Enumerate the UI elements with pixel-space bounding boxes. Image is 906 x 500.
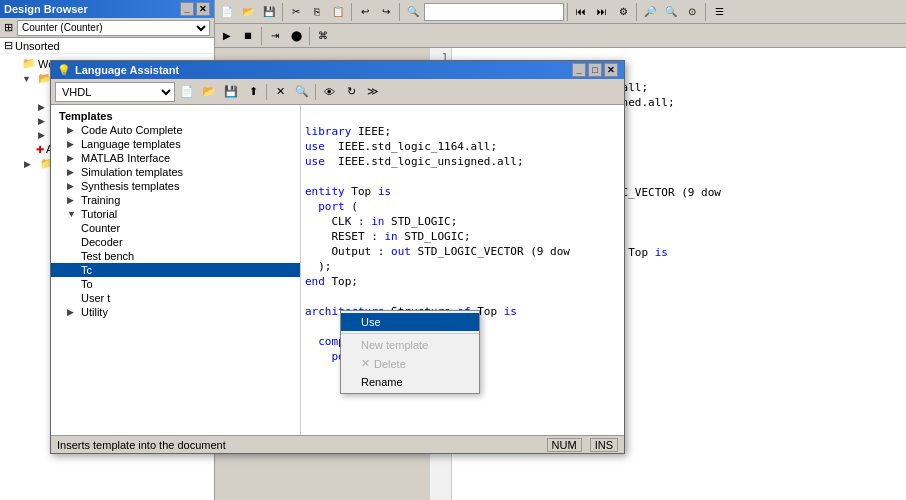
- delete-label: Delete: [374, 358, 406, 370]
- tree-item-tutorial[interactable]: ▼ Tutorial: [51, 207, 300, 221]
- cut-btn[interactable]: ✂: [286, 2, 306, 22]
- paste-btn[interactable]: 📋: [328, 2, 348, 22]
- extra2-btn[interactable]: ⌘: [313, 26, 333, 46]
- prev-line-3: use IEEE.std_logic_1164.all;: [305, 139, 620, 154]
- tutorial-label: Tutorial: [81, 208, 117, 220]
- la-titlebar: 💡 Language Assistant _ □ ✕: [51, 61, 624, 79]
- la-open-btn[interactable]: 📂: [199, 82, 219, 102]
- tree-item-tc2[interactable]: To: [51, 277, 300, 291]
- user-t-label: User t: [81, 292, 110, 304]
- prev-line-2: library IEEE;: [305, 124, 620, 139]
- expand-sim: ▶: [67, 167, 81, 177]
- context-menu-delete[interactable]: ✕ Delete: [341, 354, 479, 373]
- db-combo[interactable]: Counter (Counter): [17, 20, 210, 36]
- context-menu: Use New template ✕ Delete Rename: [340, 310, 480, 394]
- la-title-icon: 💡: [57, 64, 71, 77]
- sep7: [261, 27, 262, 45]
- la-expand-btn[interactable]: ≫: [363, 82, 383, 102]
- la-status-right: NUM INS: [547, 438, 618, 452]
- prev-line-1: [305, 109, 620, 124]
- la-close2-btn[interactable]: ✕: [270, 82, 290, 102]
- expand-icon: ▼: [22, 74, 36, 84]
- simulation-templates-label: Simulation templates: [81, 166, 183, 178]
- zoom-reset-btn[interactable]: ⊙: [682, 2, 702, 22]
- tree-item-decoder[interactable]: Decoder: [51, 235, 300, 249]
- tree-item-training[interactable]: ▶ Training: [51, 193, 300, 207]
- tree-item-simulation[interactable]: ▶ Simulation templates: [51, 165, 300, 179]
- la-search-btn[interactable]: 🔍: [292, 82, 312, 102]
- compile-btn[interactable]: ▶: [217, 26, 237, 46]
- tree-item-test-bench[interactable]: Test bench: [51, 249, 300, 263]
- la-status-text: Inserts template into the document: [57, 439, 226, 451]
- stop-btn[interactable]: ⏹: [238, 26, 258, 46]
- tree-item-code-auto[interactable]: ▶ Code Auto Complete: [51, 123, 300, 137]
- filter-icon: ⊟: [4, 39, 13, 52]
- utility-label: Utility: [81, 306, 108, 318]
- context-menu-new-template[interactable]: New template: [341, 336, 479, 354]
- design-browser-titlebar: Design Browser _ ✕: [0, 0, 214, 18]
- zoom-out-btn[interactable]: 🔍: [661, 2, 681, 22]
- breakpoint-btn[interactable]: ⬤: [286, 26, 306, 46]
- decoder-label: Decoder: [81, 236, 123, 248]
- expand-tutorial: ▼: [67, 209, 81, 219]
- templates-header: Templates: [51, 109, 300, 123]
- la-body: Templates ▶ Code Auto Complete ▶ Languag…: [51, 105, 624, 435]
- la-export-btn[interactable]: ⬆: [243, 82, 263, 102]
- sep1: [282, 3, 283, 21]
- la-title-buttons: _ □ ✕: [572, 63, 618, 77]
- step-btn[interactable]: ⇥: [265, 26, 285, 46]
- save-btn[interactable]: 💾: [259, 2, 279, 22]
- design-browser-title: Design Browser: [4, 3, 88, 15]
- expand-matlab: ▶: [67, 153, 81, 163]
- training-label: Training: [81, 194, 120, 206]
- nav-btn1[interactable]: ⏮: [571, 2, 591, 22]
- find-btn[interactable]: 🔍: [403, 2, 423, 22]
- open-btn[interactable]: 📂: [238, 2, 258, 22]
- workspace-icon: 📁: [22, 57, 36, 70]
- copy-btn[interactable]: ⎘: [307, 2, 327, 22]
- prev-line-7: port (: [305, 199, 620, 214]
- la-minimize-btn[interactable]: _: [572, 63, 586, 77]
- new-btn[interactable]: 📄: [217, 2, 237, 22]
- la-close-btn[interactable]: ✕: [604, 63, 618, 77]
- la-language-dropdown[interactable]: VHDL: [55, 82, 175, 102]
- zoom-in-btn[interactable]: 🔎: [640, 2, 660, 22]
- search-input[interactable]: [424, 3, 564, 21]
- tree-item-synthesis[interactable]: ▶ Synthesis templates: [51, 179, 300, 193]
- num-badge: NUM: [547, 438, 582, 452]
- la-preview-btn[interactable]: 👁: [319, 82, 339, 102]
- prev-line-9: RESET : in STD_LOGIC;: [305, 229, 620, 244]
- language-templates-label: Language templates: [81, 138, 181, 150]
- tree-item-counter[interactable]: Counter: [51, 221, 300, 235]
- expand-training: ▶: [67, 195, 81, 205]
- rename-label: Rename: [361, 376, 403, 388]
- la-sep1: [266, 84, 267, 100]
- minimize-button[interactable]: _: [180, 2, 194, 16]
- tree-item-matlab[interactable]: ▶ MATLAB Interface: [51, 151, 300, 165]
- prev-line-5: [305, 169, 620, 184]
- tree-item-user-t[interactable]: User t: [51, 291, 300, 305]
- close-button[interactable]: ✕: [196, 2, 210, 16]
- redo-btn[interactable]: ↪: [376, 2, 396, 22]
- nav-btn2[interactable]: ⏭: [592, 2, 612, 22]
- la-new-btn[interactable]: 📄: [177, 82, 197, 102]
- tree-item-utility[interactable]: ▶ Utility: [51, 305, 300, 319]
- tc1-label: Tc: [81, 264, 92, 276]
- context-menu-use[interactable]: Use: [341, 313, 479, 331]
- tree-item-language-templates[interactable]: ▶ Language templates: [51, 137, 300, 151]
- sep6: [705, 3, 706, 21]
- prev-line-6: entity Top is: [305, 184, 620, 199]
- extra-btn[interactable]: ☰: [709, 2, 729, 22]
- tree-item-tc1[interactable]: Tc: [51, 263, 300, 277]
- la-refresh-btn[interactable]: ↻: [341, 82, 361, 102]
- nav-btn3[interactable]: ⚙: [613, 2, 633, 22]
- db-header-bar: ⊞ Counter (Counter): [0, 18, 214, 38]
- context-menu-rename[interactable]: Rename: [341, 373, 479, 391]
- sep5: [636, 3, 637, 21]
- code-auto-label: Code Auto Complete: [81, 124, 183, 136]
- ins-badge: INS: [590, 438, 618, 452]
- indent: [4, 73, 20, 85]
- undo-btn[interactable]: ↩: [355, 2, 375, 22]
- la-maximize-btn[interactable]: □: [588, 63, 602, 77]
- la-save-btn[interactable]: 💾: [221, 82, 241, 102]
